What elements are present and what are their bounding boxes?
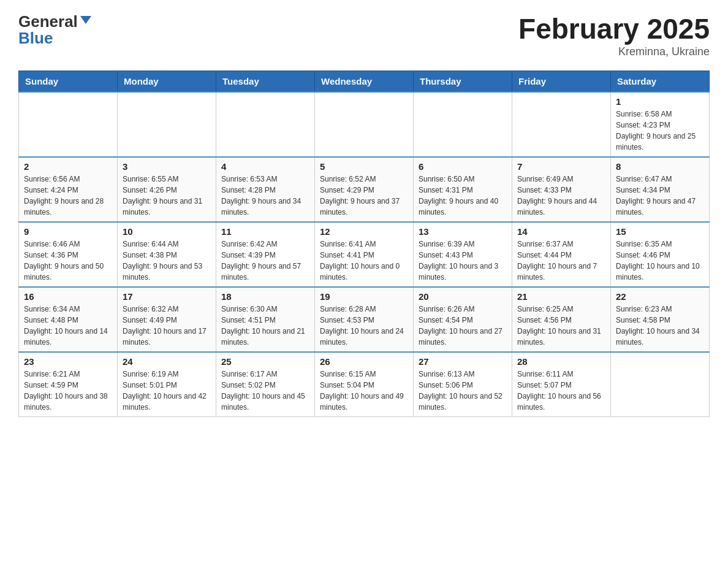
day-number: 21 xyxy=(517,291,605,302)
day-number: 19 xyxy=(320,291,408,302)
calendar-cell: 17Sunrise: 6:32 AMSunset: 4:49 PMDayligh… xyxy=(118,287,216,352)
day-info: Sunrise: 6:32 AMSunset: 4:49 PMDaylight:… xyxy=(123,304,211,348)
day-info: Sunrise: 6:34 AMSunset: 4:48 PMDaylight:… xyxy=(24,304,112,348)
weekday-header-monday: Monday xyxy=(118,71,216,93)
calendar-cell: 9Sunrise: 6:46 AMSunset: 4:36 PMDaylight… xyxy=(19,222,118,287)
day-number: 25 xyxy=(221,356,309,367)
calendar-cell: 21Sunrise: 6:25 AMSunset: 4:56 PMDayligh… xyxy=(512,287,611,352)
calendar-cell: 22Sunrise: 6:23 AMSunset: 4:58 PMDayligh… xyxy=(611,287,710,352)
calendar-cell: 10Sunrise: 6:44 AMSunset: 4:38 PMDayligh… xyxy=(118,222,216,287)
day-number: 10 xyxy=(123,226,211,237)
day-number: 20 xyxy=(419,291,507,302)
weekday-header-thursday: Thursday xyxy=(414,71,512,93)
day-number: 15 xyxy=(616,226,704,237)
day-info: Sunrise: 6:50 AMSunset: 4:31 PMDaylight:… xyxy=(419,174,507,218)
day-info: Sunrise: 6:52 AMSunset: 4:29 PMDaylight:… xyxy=(320,174,408,218)
day-info: Sunrise: 6:19 AMSunset: 5:01 PMDaylight:… xyxy=(123,369,211,413)
day-info: Sunrise: 6:26 AMSunset: 4:54 PMDaylight:… xyxy=(419,304,507,348)
weekday-header-wednesday: Wednesday xyxy=(315,71,414,93)
day-number: 16 xyxy=(24,291,112,302)
calendar-table: SundayMondayTuesdayWednesdayThursdayFrid… xyxy=(18,71,710,417)
page-header: General Blue February 2025 Kreminna, Ukr… xyxy=(18,12,710,58)
calendar-week-5: 23Sunrise: 6:21 AMSunset: 4:59 PMDayligh… xyxy=(19,352,710,417)
calendar-cell xyxy=(611,352,710,417)
day-info: Sunrise: 6:47 AMSunset: 4:34 PMDaylight:… xyxy=(616,174,704,218)
day-number: 18 xyxy=(221,291,309,302)
calendar-cell: 14Sunrise: 6:37 AMSunset: 4:44 PMDayligh… xyxy=(512,222,611,287)
day-info: Sunrise: 6:44 AMSunset: 4:38 PMDaylight:… xyxy=(123,239,211,283)
calendar-cell: 19Sunrise: 6:28 AMSunset: 4:53 PMDayligh… xyxy=(315,287,414,352)
calendar-header-row: SundayMondayTuesdayWednesdayThursdayFrid… xyxy=(19,71,710,93)
calendar-cell xyxy=(118,92,216,157)
calendar-cell: 7Sunrise: 6:49 AMSunset: 4:33 PMDaylight… xyxy=(512,157,611,222)
calendar-week-1: 1Sunrise: 6:58 AMSunset: 4:23 PMDaylight… xyxy=(19,92,710,157)
calendar-cell xyxy=(512,92,611,157)
logo: General Blue xyxy=(18,12,91,48)
day-info: Sunrise: 6:58 AMSunset: 4:23 PMDaylight:… xyxy=(616,109,704,153)
day-number: 1 xyxy=(616,96,704,107)
calendar-cell: 2Sunrise: 6:56 AMSunset: 4:24 PMDaylight… xyxy=(19,157,118,222)
day-info: Sunrise: 6:17 AMSunset: 5:02 PMDaylight:… xyxy=(221,369,309,413)
calendar-cell xyxy=(315,92,414,157)
day-number: 6 xyxy=(419,161,507,172)
day-info: Sunrise: 6:28 AMSunset: 4:53 PMDaylight:… xyxy=(320,304,408,348)
title-area: February 2025 Kreminna, Ukraine xyxy=(518,12,710,58)
calendar-week-3: 9Sunrise: 6:46 AMSunset: 4:36 PMDaylight… xyxy=(19,222,710,287)
calendar-cell: 24Sunrise: 6:19 AMSunset: 5:01 PMDayligh… xyxy=(118,352,216,417)
calendar-cell: 6Sunrise: 6:50 AMSunset: 4:31 PMDaylight… xyxy=(414,157,512,222)
weekday-header-saturday: Saturday xyxy=(611,71,710,93)
day-number: 9 xyxy=(24,226,112,237)
calendar-cell: 28Sunrise: 6:11 AMSunset: 5:07 PMDayligh… xyxy=(512,352,611,417)
day-number: 8 xyxy=(616,161,704,172)
weekday-header-sunday: Sunday xyxy=(19,71,118,93)
month-title: February 2025 xyxy=(518,12,710,45)
day-info: Sunrise: 6:13 AMSunset: 5:06 PMDaylight:… xyxy=(419,369,507,413)
day-number: 12 xyxy=(320,226,408,237)
day-info: Sunrise: 6:49 AMSunset: 4:33 PMDaylight:… xyxy=(517,174,605,218)
day-number: 5 xyxy=(320,161,408,172)
day-number: 26 xyxy=(320,356,408,367)
calendar-cell: 20Sunrise: 6:26 AMSunset: 4:54 PMDayligh… xyxy=(414,287,512,352)
calendar-cell: 18Sunrise: 6:30 AMSunset: 4:51 PMDayligh… xyxy=(216,287,315,352)
day-info: Sunrise: 6:53 AMSunset: 4:28 PMDaylight:… xyxy=(221,174,309,218)
day-info: Sunrise: 6:30 AMSunset: 4:51 PMDaylight:… xyxy=(221,304,309,348)
calendar-cell: 1Sunrise: 6:58 AMSunset: 4:23 PMDaylight… xyxy=(611,92,710,157)
day-info: Sunrise: 6:39 AMSunset: 4:43 PMDaylight:… xyxy=(419,239,507,283)
day-number: 28 xyxy=(517,356,605,367)
logo-blue: Blue xyxy=(18,29,53,48)
day-info: Sunrise: 6:37 AMSunset: 4:44 PMDaylight:… xyxy=(517,239,605,283)
calendar-cell: 13Sunrise: 6:39 AMSunset: 4:43 PMDayligh… xyxy=(414,222,512,287)
logo-triangle-icon xyxy=(80,16,91,24)
calendar-cell xyxy=(216,92,315,157)
day-info: Sunrise: 6:46 AMSunset: 4:36 PMDaylight:… xyxy=(24,239,112,283)
day-number: 2 xyxy=(24,161,112,172)
calendar-cell: 27Sunrise: 6:13 AMSunset: 5:06 PMDayligh… xyxy=(414,352,512,417)
day-info: Sunrise: 6:25 AMSunset: 4:56 PMDaylight:… xyxy=(517,304,605,348)
day-number: 3 xyxy=(123,161,211,172)
weekday-header-friday: Friday xyxy=(512,71,611,93)
calendar-week-4: 16Sunrise: 6:34 AMSunset: 4:48 PMDayligh… xyxy=(19,287,710,352)
calendar-cell: 5Sunrise: 6:52 AMSunset: 4:29 PMDaylight… xyxy=(315,157,414,222)
calendar-cell: 8Sunrise: 6:47 AMSunset: 4:34 PMDaylight… xyxy=(611,157,710,222)
day-info: Sunrise: 6:11 AMSunset: 5:07 PMDaylight:… xyxy=(517,369,605,413)
day-number: 14 xyxy=(517,226,605,237)
calendar-cell: 15Sunrise: 6:35 AMSunset: 4:46 PMDayligh… xyxy=(611,222,710,287)
calendar-week-2: 2Sunrise: 6:56 AMSunset: 4:24 PMDaylight… xyxy=(19,157,710,222)
calendar-cell: 4Sunrise: 6:53 AMSunset: 4:28 PMDaylight… xyxy=(216,157,315,222)
day-number: 7 xyxy=(517,161,605,172)
day-info: Sunrise: 6:56 AMSunset: 4:24 PMDaylight:… xyxy=(24,174,112,218)
calendar-cell: 12Sunrise: 6:41 AMSunset: 4:41 PMDayligh… xyxy=(315,222,414,287)
day-number: 27 xyxy=(419,356,507,367)
day-info: Sunrise: 6:21 AMSunset: 4:59 PMDaylight:… xyxy=(24,369,112,413)
day-number: 4 xyxy=(221,161,309,172)
day-number: 17 xyxy=(123,291,211,302)
day-info: Sunrise: 6:23 AMSunset: 4:58 PMDaylight:… xyxy=(616,304,704,348)
location: Kreminna, Ukraine xyxy=(518,45,710,58)
day-number: 11 xyxy=(221,226,309,237)
day-info: Sunrise: 6:35 AMSunset: 4:46 PMDaylight:… xyxy=(616,239,704,283)
calendar-cell xyxy=(19,92,118,157)
day-number: 13 xyxy=(419,226,507,237)
calendar-cell: 3Sunrise: 6:55 AMSunset: 4:26 PMDaylight… xyxy=(118,157,216,222)
calendar-cell xyxy=(414,92,512,157)
calendar-cell: 25Sunrise: 6:17 AMSunset: 5:02 PMDayligh… xyxy=(216,352,315,417)
